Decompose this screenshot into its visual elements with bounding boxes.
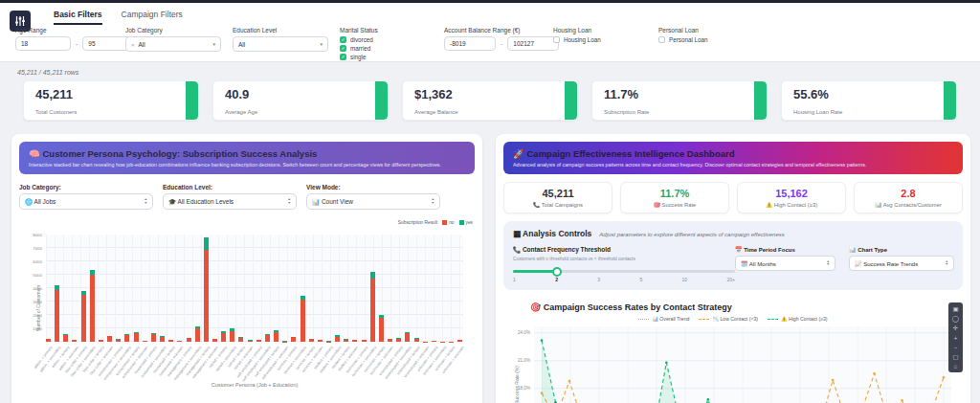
success-chart-legend[interactable]: 📊 Overall Trend📉 Low Contact (<3)⚠️ High… [503,316,963,322]
bar[interactable] [432,341,436,342]
bar[interactable] [362,340,367,342]
bar[interactable] [414,338,419,342]
personal-loan-checkbox[interactable]: Personal Loan [658,36,708,43]
balance-max-input[interactable]: 102127 [507,36,559,51]
bar[interactable] [99,340,103,342]
kpi-average-balance: $1,362 Average Balance [402,80,578,121]
persona-job-control: Job Category: 🌐 All Jobs ▲▼ [19,184,153,210]
bar[interactable] [238,337,243,342]
legend-item-yes[interactable]: yes [459,220,473,225]
persona-viewmode-select[interactable]: 📊 Count View ▲▼ [306,193,440,210]
bar[interactable] [326,341,331,342]
control-label: View Mode: [306,184,440,190]
bar[interactable] [55,285,59,342]
pan-icon[interactable]: ✛ [948,324,963,332]
chart-type-select[interactable]: 📈 Success Rate Trends ▲▼ [849,256,954,271]
bar[interactable] [291,337,296,342]
persona-job-select[interactable]: 🌐 All Jobs ▲▼ [19,193,153,210]
bar[interactable] [72,340,77,342]
kpi-value: 11.7% [604,87,638,101]
bar[interactable] [457,340,462,342]
bar[interactable] [379,315,384,342]
zoom-out-icon[interactable]: － [948,343,963,351]
bar[interactable] [282,341,287,342]
bar[interactable] [81,291,86,342]
bar[interactable] [212,339,217,342]
bar[interactable] [124,334,129,342]
legend-item[interactable]: 📉 Low Contact (<3) [699,316,758,322]
education-level-select[interactable]: All ▾ [233,36,328,52]
kpi-accent-bar [565,81,577,120]
bar[interactable] [344,339,348,342]
checkbox-checked-icon[interactable]: ✓ [340,36,346,43]
camera-icon[interactable]: ▣ [948,304,963,313]
zoom-in-icon[interactable]: ＋ [948,333,963,342]
range-separator: - [501,40,502,47]
bar[interactable] [301,296,305,342]
bar[interactable] [151,333,156,342]
y-tick-label: 5000 [19,273,42,278]
autoscale-icon[interactable]: ▢ [948,352,963,361]
tab-campaign-filters[interactable]: Campaign Filters [122,10,183,25]
bar[interactable] [248,340,253,342]
bar[interactable] [230,328,234,342]
marital-option-married[interactable]: ✓ married [340,45,378,52]
bar[interactable] [143,341,147,342]
legend-item[interactable]: ⚠️ High Contact (≥3) [768,316,828,322]
bar[interactable] [352,340,357,342]
time-period-select[interactable]: 🗓️ All Months ▲▼ [735,256,835,271]
bar[interactable] [168,340,173,342]
bar[interactable] [256,340,261,342]
job-category-select[interactable]: ×All ▾ [125,36,221,52]
housing-loan-checkbox[interactable]: Housing Loan [553,36,601,43]
y-tick-label: 21.0% [505,358,530,363]
marital-option-divorced[interactable]: ✓ divorced [340,36,378,43]
checkbox-checked-icon[interactable]: ✓ [340,54,346,60]
legend-item-no[interactable]: no [442,220,454,225]
marital-option-single[interactable]: ✓ single [340,54,378,60]
tab-basic-filters[interactable]: Basic Filters [54,10,102,25]
bar[interactable] [107,336,112,342]
contact-threshold-slider[interactable] [513,265,735,277]
success-plot-svg[interactable] [534,326,951,403]
bar[interactable] [309,339,314,342]
zoom-icon[interactable]: ◯ [948,314,963,323]
bar[interactable] [318,340,323,342]
bar[interactable] [396,338,401,342]
success-y-axis-title: Success Rate (%) [514,366,520,403]
bar[interactable] [46,339,51,342]
kpi-row: 45,211 Total Customers 40.9 Average Age … [23,80,957,121]
bar[interactable] [388,339,392,342]
job-category-value: All [139,41,145,48]
plotly-modebar[interactable]: ▣◯✛＋－▢⌂ [948,302,963,372]
bar[interactable] [177,341,182,342]
bar[interactable] [63,334,68,342]
age-range-label: Age Range [15,27,138,34]
bar[interactable] [160,336,165,342]
bar[interactable] [134,332,139,342]
checkbox-unchecked-icon[interactable] [553,36,560,43]
legend-item[interactable]: 📊 Overall Trend [638,316,689,322]
persona-legend[interactable]: Subscription Result no yes [398,220,473,225]
reset-axes-icon[interactable]: ⌂ [948,362,963,370]
balance-min-input[interactable]: -8019 [444,36,496,51]
filter-card: Basic Filters Campaign Filters Age Range… [0,3,980,62]
slider-handle[interactable] [552,267,562,277]
checkbox-checked-icon[interactable]: ✓ [340,45,346,52]
bar[interactable] [221,331,226,342]
persona-panel-subtitle: Interactive stacked bar chart revealing … [29,162,465,168]
bar[interactable] [265,334,270,342]
bar[interactable] [335,335,340,342]
bar[interactable] [195,326,200,342]
bar[interactable] [370,272,375,342]
bar[interactable] [187,338,191,342]
bar[interactable] [274,330,278,342]
bar[interactable] [116,339,121,342]
bar[interactable] [405,332,410,342]
bar[interactable] [204,237,209,342]
bar[interactable] [90,270,95,342]
clear-icon[interactable]: × [131,42,135,48]
persona-education-select[interactable]: 🎓 All Education Levels ▲▼ [163,193,297,210]
age-min-input[interactable]: 18 [15,36,71,51]
checkbox-unchecked-icon[interactable] [658,36,665,43]
